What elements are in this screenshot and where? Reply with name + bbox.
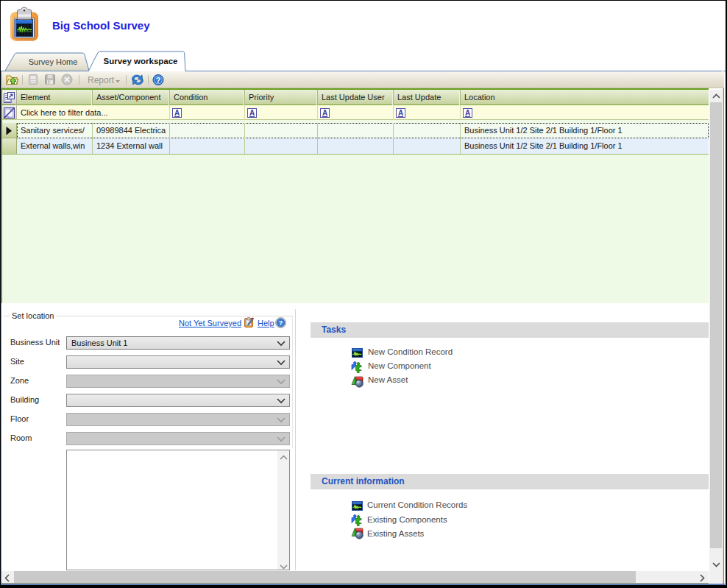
svg-text:?: ?	[279, 319, 283, 327]
svg-text:?: ?	[156, 76, 160, 85]
